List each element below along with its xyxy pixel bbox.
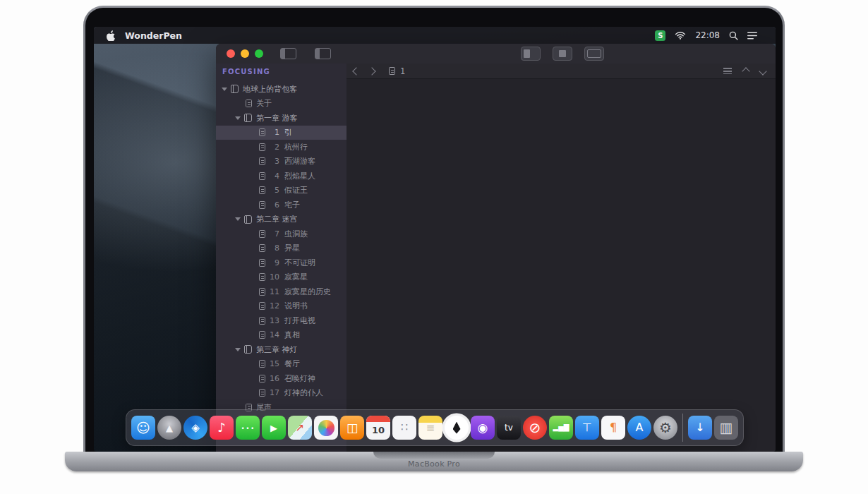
minimize-button[interactable] <box>241 49 249 58</box>
brand-label: MacBook Pro <box>65 459 803 469</box>
tree-item[interactable]: 4 烈焰星人 <box>216 169 346 183</box>
finder-icon[interactable]: ☺ <box>131 416 155 440</box>
current-doc-icon <box>389 67 395 75</box>
disclosure-triangle-icon[interactable] <box>235 348 241 354</box>
doc-title: 烈焰星人 <box>284 171 315 181</box>
doc-number: 10 <box>270 272 279 282</box>
tree-item[interactable]: 7 虫洞族 <box>216 227 346 241</box>
pages-icon[interactable]: ¶ <box>601 416 625 440</box>
tree-item[interactable]: 地球上的背包客 <box>216 82 346 97</box>
disclosure-triangle-icon[interactable] <box>235 217 241 224</box>
doc-number: 13 <box>270 316 279 325</box>
tree-item[interactable]: 17 灯神的仆人 <box>216 386 346 401</box>
messages-icon[interactable]: ⋯ <box>236 416 260 440</box>
apple-tv-icon[interactable]: tv <box>497 416 521 440</box>
wifi-icon[interactable] <box>675 31 686 40</box>
app-icon-glyph: ¶ <box>610 422 617 433</box>
system-preferences-icon[interactable]: ⚙ <box>653 416 677 440</box>
notebook-icon <box>244 215 252 224</box>
nav-forward-icon[interactable] <box>368 67 375 75</box>
tree-item[interactable]: 3 西湖游客 <box>216 155 346 169</box>
disclosure-triangle-icon[interactable] <box>235 116 241 123</box>
nav-back-icon[interactable] <box>352 67 360 75</box>
tree-item[interactable]: 8 异星 <box>216 241 346 256</box>
app-icon-glyph <box>453 422 461 434</box>
zoom-button[interactable] <box>255 49 263 58</box>
document-icon <box>259 360 265 368</box>
doc-title: 不可证明 <box>284 258 315 268</box>
apple-menu-icon[interactable] <box>107 30 115 41</box>
trash-icon[interactable]: ▥ <box>714 416 738 440</box>
outline-menu-icon[interactable] <box>723 68 732 75</box>
safari-icon[interactable]: ◈ <box>183 416 207 440</box>
doc-number: 15 <box>270 359 279 368</box>
toggle-outline-button[interactable] <box>315 48 331 59</box>
tree-item[interactable]: 15 餐厅 <box>216 357 346 372</box>
doc-title: 假证王 <box>284 185 308 195</box>
tree-item[interactable]: 16 召唤灯神 <box>216 371 346 386</box>
input-source-icon[interactable]: S <box>655 30 665 41</box>
tree-item[interactable]: 第三章 神灯 <box>216 342 346 357</box>
facetime-icon[interactable]: ▶ <box>262 416 286 440</box>
doc-number: 1 <box>270 128 279 137</box>
fullscreen-mode-button[interactable] <box>584 47 604 61</box>
laptop-bezel: WonderPen S 22:08 <box>83 6 785 456</box>
doc-number: 3 <box>270 157 279 166</box>
books-icon[interactable]: ◫ <box>340 416 364 440</box>
close-button[interactable] <box>227 49 235 58</box>
tree-item[interactable]: 第二章 迷宫 <box>216 212 346 227</box>
menu-app-name[interactable]: WonderPen <box>125 30 182 41</box>
scroll-up-icon[interactable] <box>742 67 749 75</box>
dock-separator[interactable] <box>682 414 683 442</box>
window-titlebar[interactable] <box>216 44 776 64</box>
app-icon-glyph: ◈ <box>191 423 200 433</box>
maps-icon[interactable]: ↗ <box>288 416 312 440</box>
document-icon <box>259 230 265 238</box>
document-icon <box>259 273 265 281</box>
prohibited-app-icon[interactable]: ⊘ <box>523 416 547 440</box>
tree-item[interactable]: 9 不可证明 <box>216 255 346 270</box>
keynote-icon[interactable]: ⊤ <box>575 416 599 440</box>
photos-icon[interactable] <box>314 416 338 440</box>
app-icon-glyph: A <box>636 422 644 433</box>
tree-item[interactable]: 关于 <box>216 97 346 112</box>
tree-item[interactable]: 14 真相 <box>216 328 346 343</box>
document-icon <box>259 302 265 310</box>
tree-item[interactable]: 10 寂寞星 <box>216 270 346 285</box>
editor-toolbar: 1 <box>346 64 776 79</box>
document-icon <box>259 143 265 151</box>
music-icon[interactable]: ♪ <box>210 416 234 440</box>
tree-item[interactable]: 1 引 <box>216 126 346 140</box>
laptop-base: MacBook Pro <box>65 452 803 471</box>
tree-item[interactable]: 第一章 游客 <box>216 111 346 126</box>
notes-icon[interactable]: ≡ <box>418 416 442 440</box>
menu-clock[interactable]: 22:08 <box>695 30 720 40</box>
tree-item[interactable]: 2 杭州行 <box>216 140 346 155</box>
disclosure-triangle-icon[interactable] <box>222 88 227 94</box>
tree-item[interactable]: 12 说明书 <box>216 299 346 314</box>
doc-number: 17 <box>270 388 279 397</box>
doc-title: 西湖游客 <box>284 156 315 167</box>
numbers-icon[interactable]: ▂▅▇ <box>549 416 573 440</box>
focus-mode-button[interactable] <box>521 47 541 61</box>
notification-center-icon[interactable] <box>747 32 757 40</box>
tree-item[interactable]: 13 打开电视 <box>216 313 346 328</box>
tree-item[interactable]: 11 寂寞星的历史 <box>216 284 346 299</box>
tree-item[interactable]: 6 宅子 <box>216 198 346 212</box>
wonderpen-icon[interactable] <box>445 416 469 440</box>
toggle-sidebar-button[interactable] <box>280 48 296 59</box>
downloads-folder-icon[interactable]: ↓ <box>688 416 712 440</box>
document-tree: 地球上的背包客 关于 第一章 游客 <box>216 82 346 415</box>
editor-area[interactable] <box>346 80 776 452</box>
doc-title: 打开电视 <box>284 315 315 326</box>
podcasts-icon[interactable]: ◉ <box>471 416 495 440</box>
reminders-icon[interactable]: ∷ <box>392 416 416 440</box>
app-store-icon[interactable]: A <box>627 416 651 440</box>
spotlight-search-icon[interactable] <box>729 31 738 40</box>
scroll-down-icon[interactable] <box>759 67 766 75</box>
launchpad-icon[interactable]: ▲ <box>157 416 181 440</box>
document-sidebar: FOCUSING 地球上的背包客 <box>216 64 346 452</box>
tree-item[interactable]: 5 假证王 <box>216 183 346 198</box>
typewriter-mode-button[interactable] <box>553 47 572 61</box>
calendar-icon[interactable]: 10 <box>366 416 390 440</box>
